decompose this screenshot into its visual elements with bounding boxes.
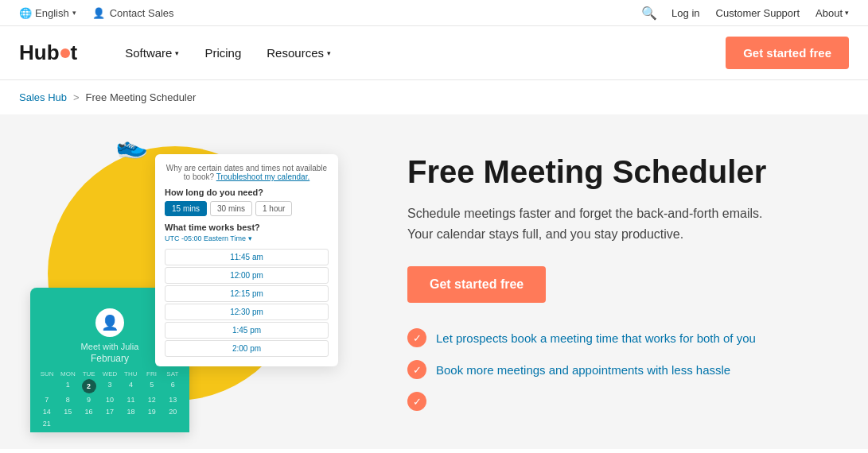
duration-15[interactable]: 15 mins bbox=[165, 201, 207, 216]
language-label: English bbox=[35, 7, 69, 19]
hero-section: 👟 👤 Meet with Julia February SUNMONTUEWE… bbox=[0, 114, 868, 449]
top-bar-left: 🌐 English ▾ 👤 Contact Sales bbox=[19, 6, 174, 19]
about-chevron-icon: ▾ bbox=[845, 9, 849, 17]
hubspot-logo[interactable]: Hubt bbox=[19, 41, 77, 65]
feature-text-2: Book more meetings and appointments with… bbox=[436, 363, 730, 377]
time-slots: 11:45 am 12:00 pm 12:15 pm 12:30 pm 1:45… bbox=[165, 249, 329, 357]
feature-item-1: ✓ Let prospects book a meeting time that… bbox=[407, 328, 830, 347]
hero-cta-button[interactable]: Get started free bbox=[407, 266, 546, 303]
get-started-button[interactable]: Get started free bbox=[726, 37, 849, 69]
language-selector[interactable]: 🌐 English ▾ bbox=[19, 6, 76, 19]
login-link[interactable]: Log in bbox=[671, 7, 699, 19]
days-header: SUNMONTUEWEDTHUFRISAT bbox=[37, 370, 183, 378]
time-slot-6[interactable]: 2:00 pm bbox=[165, 340, 329, 357]
software-chevron-icon: ▾ bbox=[175, 49, 179, 57]
nav-resources[interactable]: Resources ▾ bbox=[257, 40, 341, 66]
about-link[interactable]: About ▾ bbox=[815, 7, 849, 19]
chevron-down-icon: ▾ bbox=[72, 9, 76, 17]
hero-subtitle: Schedule meetings faster and forget the … bbox=[407, 203, 773, 244]
timezone-selector[interactable]: UTC -05:00 Eastern Time ▾ bbox=[165, 234, 329, 242]
feature-item-2: ✓ Book more meetings and appointments wi… bbox=[407, 360, 830, 379]
breadcrumb: Sales Hub > Free Meeting Scheduler bbox=[0, 80, 868, 114]
logo-spot-text: t bbox=[71, 41, 78, 65]
logo-spot bbox=[60, 48, 70, 58]
breadcrumb-separator: > bbox=[73, 91, 80, 103]
calendar-grid: SUNMONTUEWEDTHUFRISAT 1 2 3 4 5 6 7 8 9 … bbox=[30, 367, 189, 432]
time-slot-5[interactable]: 1:45 pm bbox=[165, 322, 329, 339]
nav-pricing[interactable]: Pricing bbox=[195, 40, 251, 66]
check-icon-3: ✓ bbox=[407, 392, 426, 411]
person-icon: 👤 bbox=[92, 6, 105, 19]
nav-software[interactable]: Software ▾ bbox=[115, 40, 189, 66]
troubleshoot-link[interactable]: Troubleshoot my calendar. bbox=[216, 172, 309, 181]
resources-chevron-icon: ▾ bbox=[327, 49, 331, 57]
time-label: What time works best? bbox=[165, 223, 329, 232]
duration-options: 15 mins 30 mins 1 hour bbox=[165, 201, 329, 216]
search-icon[interactable]: 🔍 bbox=[643, 6, 656, 19]
hero-illustration: 👟 👤 Meet with Julia February SUNMONTUEWE… bbox=[0, 114, 382, 432]
nav-items: Software ▾ Pricing Resources ▾ bbox=[115, 40, 726, 66]
time-slot-2[interactable]: 12:00 pm bbox=[165, 267, 329, 284]
shoe-image: 👟 bbox=[113, 128, 150, 163]
calendar-days: 1 2 3 4 5 6 7 8 9 10 11 12 13 14 15 16 1 bbox=[37, 379, 183, 429]
main-nav: Hubt Software ▾ Pricing Resources ▾ Get … bbox=[0, 26, 868, 80]
feature-item-3: ✓ bbox=[407, 392, 830, 411]
logo-hub-text: Hub bbox=[19, 41, 60, 65]
contact-sales[interactable]: 👤 Contact Sales bbox=[92, 6, 174, 19]
duration-30[interactable]: 30 mins bbox=[210, 201, 252, 216]
avatar: 👤 bbox=[95, 308, 124, 337]
top-bar: 🌐 English ▾ 👤 Contact Sales 🔍 Log in Cus… bbox=[0, 0, 868, 26]
hero-title: Free Meeting Scheduler bbox=[407, 153, 830, 191]
breadcrumb-parent[interactable]: Sales Hub bbox=[19, 91, 67, 103]
contact-sales-label: Contact Sales bbox=[110, 7, 174, 19]
breadcrumb-current: Free Meeting Scheduler bbox=[86, 91, 197, 103]
time-slot-3[interactable]: 12:15 pm bbox=[165, 285, 329, 302]
globe-icon: 🌐 bbox=[19, 6, 32, 19]
hero-content: Free Meeting Scheduler Schedule meetings… bbox=[382, 114, 868, 449]
duration-1hour[interactable]: 1 hour bbox=[255, 201, 292, 216]
top-bar-right: 🔍 Log in Customer Support About ▾ bbox=[643, 6, 849, 19]
booking-panel: Why are certain dates and times not avai… bbox=[155, 154, 338, 366]
feature-list: ✓ Let prospects book a meeting time that… bbox=[407, 328, 830, 411]
check-icon-2: ✓ bbox=[407, 360, 426, 379]
time-slot-1[interactable]: 11:45 am bbox=[165, 249, 329, 265]
booking-why-text: Why are certain dates and times not avai… bbox=[165, 164, 329, 181]
duration-label: How long do you need? bbox=[165, 188, 329, 197]
time-slot-4[interactable]: 12:30 pm bbox=[165, 304, 329, 320]
customer-support-link[interactable]: Customer Support bbox=[716, 7, 800, 19]
check-icon-1: ✓ bbox=[407, 328, 426, 347]
feature-text-1: Let prospects book a meeting time that w… bbox=[436, 331, 756, 345]
